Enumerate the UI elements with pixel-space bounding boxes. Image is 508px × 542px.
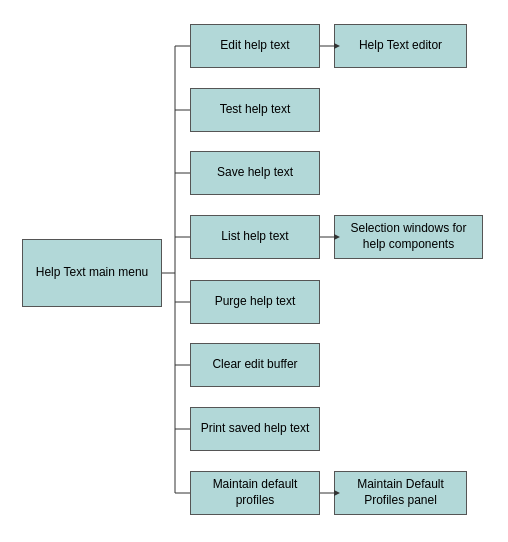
main-menu-label: Help Text main menu [36,265,149,281]
save-help-box[interactable]: Save help text [190,151,320,195]
maintain-default-panel-label: Maintain Default Profiles panel [343,477,458,508]
selection-windows-label: Selection windows for help components [343,221,474,252]
selection-windows-box[interactable]: Selection windows for help components [334,215,483,259]
purge-help-box[interactable]: Purge help text [190,280,320,324]
print-saved-label: Print saved help text [201,421,310,437]
diagram: Help Text main menu Edit help text Test … [0,0,508,542]
test-help-box[interactable]: Test help text [190,88,320,132]
main-menu-box: Help Text main menu [22,239,162,307]
test-help-label: Test help text [220,102,291,118]
edit-help-label: Edit help text [220,38,289,54]
edit-help-box[interactable]: Edit help text [190,24,320,68]
print-saved-box[interactable]: Print saved help text [190,407,320,451]
clear-edit-box[interactable]: Clear edit buffer [190,343,320,387]
maintain-default-panel-box[interactable]: Maintain Default Profiles panel [334,471,467,515]
help-text-editor-box[interactable]: Help Text editor [334,24,467,68]
clear-edit-label: Clear edit buffer [212,357,297,373]
maintain-default-label: Maintain default profiles [199,477,311,508]
list-help-box[interactable]: List help text [190,215,320,259]
save-help-label: Save help text [217,165,293,181]
help-text-editor-label: Help Text editor [359,38,442,54]
list-help-label: List help text [221,229,288,245]
purge-help-label: Purge help text [215,294,296,310]
maintain-default-box[interactable]: Maintain default profiles [190,471,320,515]
